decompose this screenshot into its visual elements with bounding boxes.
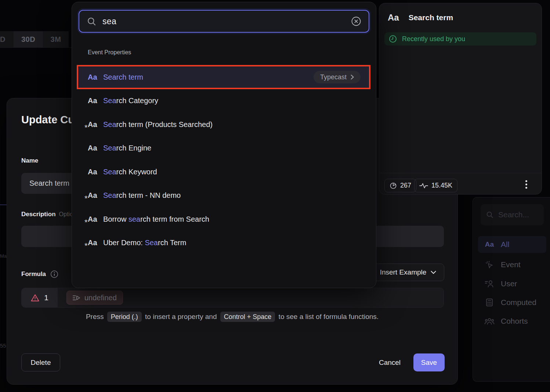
formula-label: Formula: [21, 271, 46, 278]
property-result-label: Borrow search term from Search: [103, 215, 209, 224]
divider: [379, 173, 542, 173]
stat-value: 267: [400, 182, 411, 189]
string-type-icon: Aa: [88, 168, 103, 176]
kbd-period: Period (.): [107, 312, 142, 322]
string-type-icon: Aa: [88, 120, 103, 129]
string-type-icon: Aa: [388, 12, 399, 23]
property-result-label: Search Category: [103, 97, 158, 105]
description-label: Description: [21, 211, 56, 218]
string-type-icon: Aa: [88, 191, 103, 200]
error-line-number: 1: [44, 293, 48, 302]
property-detail-card: Aa Search term Recently used by you 267 …: [379, 3, 542, 195]
property-result-label: Search Keyword: [103, 168, 157, 176]
string-type-icon: Aa: [88, 215, 103, 224]
chevron-right-icon: [351, 75, 354, 80]
stat-pill[interactable]: 15.45K: [414, 179, 457, 192]
undefined-token-label: undefined: [84, 294, 117, 302]
time-range-segment[interactable]: 30D: [14, 31, 43, 48]
y-axis-tick: 55: [0, 342, 6, 349]
string-type-icon: Aa: [88, 239, 103, 247]
property-result-row[interactable]: Aa Uber Demo: Search Term: [78, 231, 370, 255]
computed-icon: [484, 298, 495, 307]
sidebar-item-label: User: [501, 279, 517, 288]
formula-error-gutter: 1: [22, 288, 58, 307]
formula-content[interactable]: undefined: [58, 288, 123, 307]
insert-example-label: Insert Example: [380, 268, 427, 276]
sidebar-item-event[interactable]: Event: [478, 256, 546, 273]
sidebar-search-input[interactable]: [498, 210, 539, 219]
property-result-label: Search term: [103, 73, 143, 81]
sidebar-item-label: Computed: [501, 298, 536, 307]
cancel-button[interactable]: Cancel: [369, 353, 411, 371]
name-value: Search term: [29, 179, 69, 188]
sidebar-item-cohorts[interactable]: Cohorts: [478, 313, 546, 330]
property-result-row[interactable]: Aa Search term (Products Searched): [78, 113, 370, 137]
sidebar-item-all[interactable]: Aa All: [478, 236, 546, 253]
sidebar-item-label: All: [501, 240, 509, 249]
insert-example-button[interactable]: Insert Example: [372, 264, 444, 281]
warning-icon: [31, 294, 39, 302]
property-result-row[interactable]: Aa Search term - NN demo: [78, 184, 370, 208]
typecast-badge[interactable]: Typecast: [314, 71, 361, 83]
string-type-icon: Aa: [88, 73, 103, 81]
clock-icon: [389, 35, 397, 43]
recently-used-banner: Recently used by you: [384, 32, 536, 46]
sidebar-item-label: Cohorts: [501, 317, 528, 326]
property-result-row[interactable]: Aa Search term Typecast: [78, 65, 370, 89]
activity-icon: [419, 183, 428, 189]
property-result-label: Uber Demo: Search Term: [103, 239, 186, 247]
time-range-selector[interactable]: D30D3M: [0, 31, 69, 48]
save-button[interactable]: Save: [413, 353, 445, 371]
property-result-label: Search term - NN demo: [103, 191, 181, 200]
property-search-input[interactable]: [102, 17, 345, 26]
property-results-list: Aa Search term Typecast Aa Search Catego…: [78, 65, 370, 255]
formula-label-row: Formula: [21, 270, 58, 278]
event-property-icon: [73, 295, 80, 301]
clear-search-icon[interactable]: [351, 16, 361, 26]
search-icon: [87, 17, 97, 26]
stat-pill[interactable]: 267: [384, 179, 416, 192]
info-icon[interactable]: [50, 270, 58, 278]
time-range-segment[interactable]: D: [0, 31, 14, 48]
stat-value: 15.45K: [431, 182, 452, 189]
section-header: Event Properties: [88, 49, 131, 56]
time-range-segment[interactable]: 3M: [43, 31, 69, 48]
chart-line-fragment: [0, 204, 7, 205]
cohorts-icon: [484, 317, 495, 325]
event-cursor-icon: [484, 260, 495, 269]
formula-editor[interactable]: 1 undefined: [21, 288, 444, 308]
divider: [0, 47, 72, 48]
sidebar-item-label: Event: [501, 260, 521, 269]
property-result-row[interactable]: Aa Borrow search term from Search: [78, 207, 370, 231]
property-search-field[interactable]: [79, 10, 369, 33]
property-search-dropdown: Event Properties Aa Search term Typecast…: [72, 2, 376, 288]
sidebar-item-computed[interactable]: Computed: [478, 294, 546, 311]
formula-hint: Press Period (.) to insert a property an…: [7, 313, 457, 321]
property-result-row[interactable]: Aa Search Engine: [78, 137, 370, 160]
sidebar-item-user[interactable]: User: [478, 275, 546, 292]
search-icon: [486, 210, 494, 219]
user-icon: [484, 279, 495, 288]
string-type-icon: Aa: [88, 97, 103, 105]
property-result-row[interactable]: Aa Search Keyword: [78, 160, 370, 184]
property-result-row[interactable]: Aa Search Category: [78, 89, 370, 113]
hint-text: to insert a property and: [145, 313, 217, 320]
undefined-token-pill[interactable]: undefined: [66, 291, 123, 305]
pie-chart-icon: [390, 182, 397, 189]
property-result-label: Search Engine: [103, 144, 151, 152]
recently-used-label: Recently used by you: [402, 35, 465, 43]
more-options-kebab-icon[interactable]: [525, 180, 527, 189]
property-filter-sidebar: Aa All Event User Computed Cohorts: [473, 197, 550, 382]
hint-text: to see a list of formula functions.: [279, 313, 379, 320]
detail-card-header: Aa Search term: [388, 12, 453, 23]
property-result-label: Search term (Products Searched): [103, 120, 213, 129]
aa-icon: Aa: [484, 240, 495, 248]
detail-card-title: Search term: [409, 13, 453, 22]
name-label: Name: [21, 157, 38, 164]
kbd-control-space: Control + Space: [220, 312, 275, 322]
chevron-down-icon: [431, 271, 436, 274]
sidebar-search-field[interactable]: [481, 204, 544, 225]
hint-text: Press: [86, 313, 104, 320]
string-type-icon: Aa: [88, 144, 103, 152]
delete-button[interactable]: Delete: [21, 353, 60, 371]
